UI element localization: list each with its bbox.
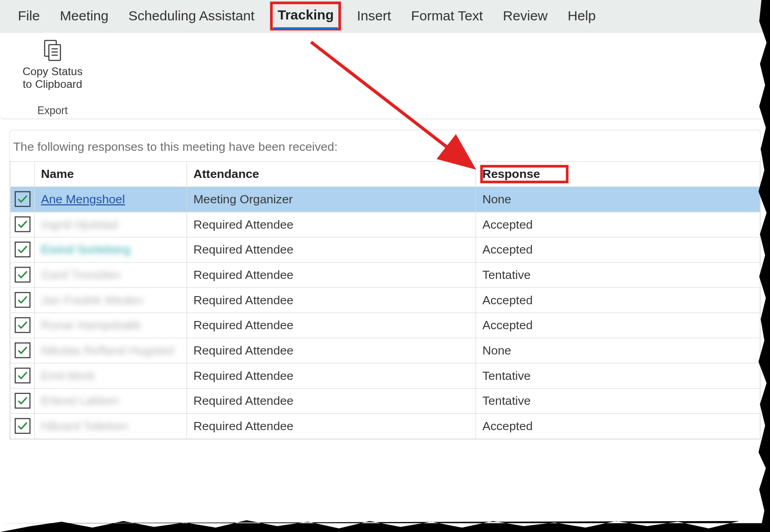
checkmark-icon (14, 241, 30, 257)
checkmark-icon (14, 367, 30, 383)
tracking-panel: The following responses to this meeting … (10, 130, 761, 440)
menu-item-meeting[interactable]: Meeting (59, 5, 110, 27)
table-row[interactable]: Eivind SortebergRequired AttendeeAccepte… (10, 237, 760, 263)
attendee-name: Emil Mork (34, 363, 187, 388)
response-header-highlight: Response (482, 167, 567, 181)
checkmark-icon (14, 216, 30, 232)
attendee-attendance: Required Attendee (187, 388, 476, 414)
attendee-attendance: Required Attendee (187, 363, 476, 388)
ribbon-group-name: Export (37, 105, 67, 117)
attendee-checkbox[interactable] (10, 262, 34, 288)
attendee-checkbox[interactable] (10, 237, 34, 263)
attendee-name: Gard Tronslien (34, 262, 187, 288)
col-header-checkbox[interactable] (10, 162, 34, 187)
ribbon-panel: Copy Status to Clipboard Export (0, 33, 770, 119)
attendees-table: Name Attendance Response Ane MengshoelMe… (10, 161, 760, 439)
table-row[interactable]: Nikolas Refland HugstedRequired Attendee… (10, 338, 760, 363)
menu-item-insert[interactable]: Insert (356, 5, 392, 27)
table-header-row: Name Attendance Response (10, 162, 760, 187)
menu-item-review[interactable]: Review (502, 5, 549, 27)
copy-status-label: Copy Status to Clipboard (23, 65, 83, 91)
checkmark-icon (14, 342, 30, 358)
attendee-checkbox[interactable] (10, 187, 34, 212)
responses-caption: The following responses to this meeting … (10, 140, 760, 162)
attendee-response: Accepted (476, 212, 760, 237)
table-row[interactable]: Emil MorkRequired AttendeeTentative (10, 363, 760, 388)
checkmark-icon (14, 393, 30, 408)
attendee-checkbox[interactable] (10, 288, 34, 313)
attendee-name: Runar Hampsbakk (34, 313, 187, 338)
attendee-name: Håvard Tolleben (34, 414, 187, 439)
ribbon-menu-bar: FileMeetingScheduling AssistantTrackingI… (0, 0, 770, 33)
attendee-attendance: Required Attendee (187, 338, 476, 363)
attendee-checkbox[interactable] (10, 363, 34, 388)
menu-item-file[interactable]: File (17, 5, 41, 27)
attendee-attendance: Required Attendee (187, 313, 476, 338)
attendee-checkbox[interactable] (10, 212, 34, 237)
table-row[interactable]: Håvard TollebenRequired AttendeeAccepted (10, 414, 760, 439)
table-row[interactable]: Erlend LøkkenRequired AttendeeTentative (10, 388, 760, 414)
attendee-attendance: Meeting Organizer (187, 187, 476, 212)
attendee-attendance: Required Attendee (187, 288, 476, 313)
attendee-name: Erlend Løkken (34, 388, 187, 414)
col-header-name[interactable]: Name (34, 162, 187, 187)
attendee-checkbox[interactable] (10, 388, 34, 414)
table-row[interactable]: Ingrid HjulstadRequired AttendeeAccepted (10, 212, 760, 237)
svg-rect-1 (49, 45, 61, 61)
menu-item-format-text[interactable]: Format Text (410, 5, 484, 27)
table-row[interactable]: Gard TronslienRequired AttendeeTentative (10, 262, 760, 288)
attendee-response: Accepted (476, 237, 760, 263)
attendee-response: Accepted (476, 313, 760, 338)
attendee-checkbox[interactable] (10, 313, 34, 338)
attendee-name: Jan Fredrik Weden (34, 288, 187, 313)
checkmark-icon (14, 317, 30, 333)
col-header-attendance[interactable]: Attendance (187, 162, 476, 187)
attendee-name: Ingrid Hjulstad (34, 212, 187, 237)
attendee-attendance: Required Attendee (187, 212, 476, 237)
col-header-response[interactable]: Response (476, 162, 760, 187)
table-row[interactable]: Ane MengshoelMeeting OrganizerNone (10, 187, 760, 212)
checkmark-icon (14, 292, 30, 307)
attendee-attendance: Required Attendee (187, 414, 476, 439)
attendee-name[interactable]: Ane Mengshoel (34, 187, 187, 212)
checkmark-icon (14, 191, 30, 207)
table-row[interactable]: Runar HampsbakkRequired AttendeeAccepted (10, 313, 760, 338)
menu-item-help[interactable]: Help (567, 5, 597, 27)
menu-item-scheduling-assistant[interactable]: Scheduling Assistant (127, 5, 255, 27)
attendee-checkbox[interactable] (10, 414, 34, 439)
attendee-attendance: Required Attendee (187, 237, 476, 263)
menu-item-tracking[interactable]: Tracking (274, 5, 338, 27)
attendee-response: Accepted (476, 288, 760, 313)
attendee-response: Tentative (476, 388, 760, 414)
attendee-response: None (476, 338, 760, 363)
table-row[interactable]: Jan Fredrik WedenRequired AttendeeAccept… (10, 288, 760, 313)
attendee-response: Tentative (476, 363, 760, 388)
attendee-checkbox[interactable] (10, 338, 34, 363)
ribbon-group-export: Copy Status to Clipboard Export (7, 35, 98, 119)
attendee-attendance: Required Attendee (187, 262, 476, 288)
torn-edge-bottom (0, 518, 770, 532)
copy-status-to-clipboard-button[interactable]: Copy Status to Clipboard (23, 38, 83, 91)
attendee-name: Nikolas Refland Hugsted (34, 338, 187, 363)
attendee-name: Eivind Sorteberg (34, 237, 187, 263)
tracking-content: The following responses to this meeting … (0, 130, 770, 440)
checkmark-icon (14, 267, 30, 283)
clipboard-pages-icon (40, 38, 65, 63)
attendee-response: None (476, 187, 760, 212)
checkmark-icon (14, 418, 30, 434)
attendee-response: Accepted (476, 414, 760, 439)
attendee-response: Tentative (476, 262, 760, 288)
